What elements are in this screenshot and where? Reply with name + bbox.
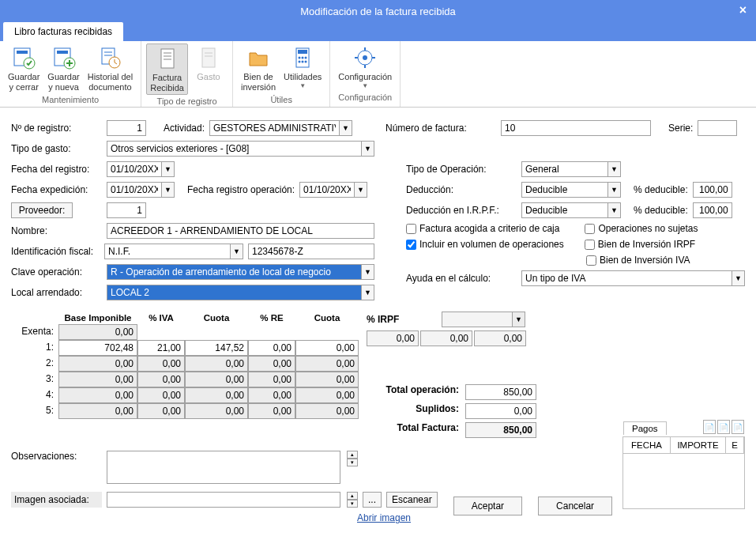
configuracion-button[interactable]: Configuración ▼ (335, 43, 395, 91)
scroll-up-icon[interactable]: ▴ (347, 492, 358, 500)
cuota2-input[interactable] (295, 340, 359, 356)
deduccion-select[interactable] (521, 182, 608, 198)
cancelar-button[interactable]: Cancelar (538, 497, 612, 515)
chevron-down-icon[interactable]: ▼ (608, 161, 621, 177)
chk-volumen[interactable]: Incluir en volumen de operaciones (406, 239, 564, 250)
re-input[interactable] (248, 356, 295, 372)
base-input[interactable] (58, 387, 137, 403)
irpf-v2[interactable] (420, 330, 472, 346)
cuota-input[interactable] (185, 356, 248, 372)
base-input[interactable] (58, 372, 137, 387)
guardar-cerrar-button[interactable]: Guardar y cerrar (5, 43, 43, 93)
chevron-down-icon[interactable]: ▼ (355, 182, 367, 198)
fecha-reg-op-label: Fecha registro operación: (187, 184, 295, 195)
scan-button[interactable]: Escanear (386, 492, 438, 508)
scroll-down-icon[interactable]: ▾ (347, 500, 358, 508)
utilidades-button[interactable]: Utilidades ▼ (280, 43, 325, 93)
ayuda-select[interactable] (521, 270, 732, 286)
cuota-input[interactable] (185, 403, 248, 419)
tab-libro-facturas[interactable]: Libro facturas recibidas (3, 22, 123, 41)
n-registro-input[interactable] (107, 120, 146, 136)
re-input[interactable] (248, 403, 295, 419)
historial-button[interactable]: Historial del documento (85, 43, 136, 93)
chk-no-sujetas[interactable]: Operaciones no sujetas (585, 223, 698, 234)
base-input[interactable] (58, 324, 137, 340)
id-fiscal-tipo-select[interactable] (104, 244, 231, 259)
chk-bien-irpf[interactable]: Bien de Inversión IRPF (585, 239, 695, 250)
nombre-input[interactable] (107, 223, 374, 239)
table-row: 1: (11, 340, 359, 356)
guardar-nueva-button[interactable]: Guardar y nueva (44, 43, 82, 93)
iva-input[interactable] (137, 372, 185, 387)
re-input[interactable] (248, 372, 295, 387)
local-arr-select[interactable] (107, 285, 362, 300)
cuota-input[interactable] (185, 340, 248, 356)
suplidos-input[interactable] (465, 403, 536, 419)
iva-input[interactable] (137, 387, 185, 403)
pagos-tab[interactable]: Pagos (623, 421, 667, 435)
irpf-blank-select[interactable] (442, 312, 513, 327)
base-input[interactable] (58, 403, 137, 419)
iva-input[interactable] (137, 340, 185, 356)
base-input[interactable] (58, 340, 137, 356)
clave-op-select[interactable] (107, 264, 362, 280)
cuota-input[interactable] (185, 387, 248, 403)
fecha-expedicion-input[interactable] (107, 182, 162, 198)
chevron-down-icon[interactable]: ▼ (162, 182, 175, 198)
proveedor-input[interactable] (107, 202, 146, 218)
aceptar-button[interactable]: Aceptar (453, 497, 522, 515)
chevron-down-icon[interactable]: ▼ (340, 120, 352, 136)
fecha-registro-input[interactable] (107, 161, 162, 177)
fecha-reg-op-input[interactable] (299, 182, 355, 198)
chevron-down-icon[interactable]: ▼ (608, 202, 621, 218)
cuota2-input[interactable] (295, 387, 359, 403)
cuota-input[interactable] (185, 372, 248, 387)
abrir-imagen-link[interactable]: Abrir imagen (357, 512, 411, 523)
chk-caja[interactable]: Factura acogida a criterio de caja (406, 223, 559, 234)
pagos-edit-icon[interactable]: 📄 (717, 420, 730, 434)
cuota2-input[interactable] (295, 372, 359, 387)
irpf-v3[interactable] (474, 330, 526, 346)
gasto-button[interactable]: Gasto (190, 43, 228, 95)
serie-input[interactable] (698, 120, 737, 136)
factura-recibida-button[interactable]: Factura Recibida (146, 43, 188, 95)
ded-irpf-select[interactable] (521, 202, 608, 218)
pagos-del-icon[interactable]: 📄 (732, 420, 744, 434)
id-fiscal-num-input[interactable] (248, 244, 374, 259)
cuota2-input[interactable] (295, 403, 359, 419)
re-input[interactable] (248, 340, 295, 356)
proveedor-button[interactable]: Proveedor: (11, 202, 73, 218)
chevron-down-icon[interactable]: ▼ (362, 285, 374, 300)
iva-input[interactable] (137, 403, 185, 419)
chevron-down-icon[interactable]: ▼ (513, 312, 525, 327)
chevron-down-icon[interactable]: ▼ (608, 182, 621, 198)
chevron-down-icon[interactable]: ▼ (732, 270, 745, 286)
chevron-down-icon[interactable]: ▼ (362, 264, 374, 280)
chevron-down-icon[interactable]: ▼ (362, 141, 374, 157)
pct-ded-irpf-input[interactable] (693, 202, 732, 218)
re-input[interactable] (248, 387, 295, 403)
obs-textarea[interactable] (107, 451, 340, 484)
tipo-op-select[interactable] (521, 161, 608, 177)
chevron-down-icon[interactable]: ▼ (231, 244, 243, 259)
scroll-down-icon[interactable]: ▾ (347, 459, 358, 466)
chk-bien-iva[interactable]: Bien de Inversión IVA (586, 255, 690, 266)
img-path-input[interactable] (107, 492, 340, 508)
pagos-add-icon[interactable]: 📄 (703, 420, 716, 434)
cuota2-input[interactable] (295, 356, 359, 372)
scroll-up-icon[interactable]: ▴ (347, 451, 358, 459)
bien-inversion-button[interactable]: Bien de inversión (238, 43, 279, 93)
irpf-v1[interactable] (367, 330, 419, 346)
chevron-down-icon[interactable]: ▼ (162, 161, 175, 177)
actividad-select[interactable] (209, 120, 340, 136)
browse-button[interactable]: ... (363, 492, 382, 508)
iva-input[interactable] (137, 356, 185, 372)
pct-ded-input[interactable] (693, 182, 732, 198)
base-input[interactable] (58, 356, 137, 372)
ribbon-group-mantenimiento: Guardar y cerrar Guardar y nueva Histori… (0, 41, 141, 107)
numero-factura-input[interactable] (501, 120, 651, 136)
total-op-input[interactable] (465, 384, 536, 400)
tipo-gasto-select[interactable] (107, 141, 362, 157)
close-icon[interactable]: × (739, 3, 747, 17)
chevron-down-icon: ▼ (362, 82, 368, 89)
